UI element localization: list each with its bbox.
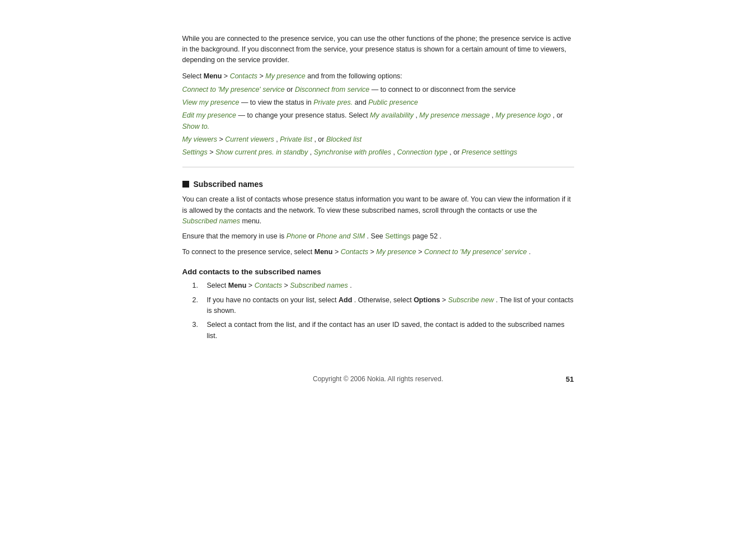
connect-link[interactable]: Connect to 'My presence' service — [182, 86, 285, 93]
view-presence-link[interactable]: View my presence — [182, 99, 240, 106]
select-label: Select — [182, 72, 204, 80]
option-view-suffix: — to view the status in — [241, 99, 313, 106]
para3-mid3: > — [418, 248, 424, 256]
option-settings-conn2: , — [310, 148, 314, 156]
option-connector: or — [287, 86, 295, 93]
current-viewers-link[interactable]: Current viewers — [225, 135, 274, 143]
para3-menu-bold: Menu — [314, 248, 333, 256]
step2-mid: . Otherwise, select — [354, 296, 414, 304]
step2-add-bold: Add — [339, 296, 352, 304]
intro-paragraph: While you are connected to the presence … — [182, 34, 574, 65]
step-1: 1. Select Menu > Contacts > Subscribed n… — [192, 280, 574, 291]
option-edit: Edit my presence — to change your presen… — [182, 110, 574, 132]
page-number: 51 — [566, 375, 574, 383]
private-pres-link[interactable]: Private pres. — [313, 99, 353, 106]
my-viewers-link[interactable]: My viewers — [182, 135, 218, 143]
connection-type-link[interactable]: Connection type — [397, 148, 447, 156]
page-footer: Copyright © 2006 Nokia. All rights reser… — [182, 375, 574, 383]
step1-content: Select Menu > Contacts > Subscribed name… — [207, 280, 574, 291]
synchronise-link[interactable]: Synchronise with profiles — [314, 148, 391, 156]
option-settings: Settings > Show current pres. in standby… — [182, 147, 574, 158]
phone-link[interactable]: Phone — [287, 232, 307, 240]
add-contacts-heading: Add contacts to the subscribed names — [182, 268, 574, 276]
para2-mid2: . See — [367, 232, 386, 240]
option-view-connector2: and — [355, 99, 368, 106]
step-3: 3. Select a contact from the list, and i… — [192, 320, 574, 341]
presence-settings-link[interactable]: Presence settings — [462, 148, 517, 156]
option-viewers-conn3: , or — [314, 135, 326, 143]
para3-my-presence-link[interactable]: My presence — [376, 248, 416, 256]
para3-mid: > — [335, 248, 341, 256]
option-edit-conn3: , — [492, 111, 496, 119]
step2-number: 2. — [192, 295, 204, 317]
disconnect-link[interactable]: Disconnect from service — [295, 86, 369, 93]
para2-prefix: Ensure that the memory in use is — [182, 232, 287, 240]
step2-subscribe-link[interactable]: Subscribe new — [448, 296, 494, 304]
step1-number: 1. — [192, 280, 204, 291]
option-view: View my presence — to view the status in… — [182, 97, 574, 108]
my-availability-link[interactable]: My availability — [370, 111, 414, 119]
settings-link2[interactable]: Settings — [385, 232, 410, 240]
step-2: 2. If you have no contacts on your list,… — [192, 295, 574, 317]
step1-subscribed-link[interactable]: Subscribed names — [290, 282, 348, 289]
step2-mid2: > — [442, 296, 448, 304]
private-list-link[interactable]: Private list — [280, 135, 312, 143]
option-edit-suffix: — to change your presence status. Select — [238, 111, 370, 119]
option-edit-conn4: , or — [553, 111, 563, 119]
edit-presence-link[interactable]: Edit my presence — [182, 111, 237, 119]
contacts-link[interactable]: Contacts — [230, 72, 257, 80]
presence-logo-link[interactable]: My presence logo — [496, 111, 551, 119]
public-presence-link[interactable]: Public presence — [368, 99, 418, 106]
option-viewers: My viewers > Current viewers , Private l… — [182, 134, 574, 145]
section-divider — [182, 167, 574, 167]
step1-suffix: . — [350, 282, 351, 289]
phone-sim-link[interactable]: Phone and SIM — [317, 232, 365, 240]
select-suffix: and from the following options: — [307, 72, 402, 80]
show-to-link[interactable]: Show to. — [182, 123, 210, 130]
subscribed-para1: You can create a list of contacts whose … — [182, 194, 574, 227]
step1-prefix: Select — [207, 282, 228, 289]
subscribed-para2: Ensure that the memory in use is Phone o… — [182, 231, 574, 242]
option-connect: Connect to 'My presence' service or Disc… — [182, 84, 574, 95]
subscribed-names-label: Subscribed names — [194, 180, 264, 189]
step1-mid2: > — [284, 282, 290, 289]
settings-link[interactable]: Settings — [182, 148, 208, 156]
subscribed-para1-suffix: menu. — [242, 217, 262, 225]
option-settings-conn4: , or — [449, 148, 462, 156]
presence-message-link[interactable]: My presence message — [419, 111, 490, 119]
arrow2: > — [259, 72, 265, 80]
step3-content: Select a contact from the list, and if t… — [207, 320, 574, 341]
copyright-text: Copyright © 2006 Nokia. All rights reser… — [313, 375, 443, 383]
select-menu-line: Select Menu > Contacts > My presence and… — [182, 71, 574, 82]
step2-options-bold: Options — [414, 296, 440, 304]
step2-content: If you have no contacts on your list, se… — [207, 295, 574, 317]
step1-mid: > — [248, 282, 255, 289]
step2-prefix: If you have no contacts on your list, se… — [207, 296, 339, 304]
page-container: While you are connected to the presence … — [182, 22, 574, 394]
para2-page: 52 — [430, 232, 438, 240]
subscribed-para1-text: You can create a list of contacts whose … — [182, 195, 571, 214]
steps-list: 1. Select Menu > Contacts > Subscribed n… — [192, 280, 574, 341]
para2-mid: or — [308, 232, 317, 240]
step1-menu-bold: Menu — [228, 282, 247, 289]
option-settings-conn: > — [209, 148, 215, 156]
option-viewers-conn: > — [219, 135, 226, 143]
heading-square-icon — [182, 181, 189, 188]
my-presence-link[interactable]: My presence — [265, 72, 306, 80]
para2-suffix: . — [440, 232, 442, 240]
para3-suffix: . — [529, 248, 530, 256]
para3-connect-link[interactable]: Connect to 'My presence' service — [424, 248, 527, 256]
subscribed-names-heading: Subscribed names — [182, 180, 574, 189]
subscribed-names-link[interactable]: Subscribed names — [182, 217, 241, 225]
show-current-link[interactable]: Show current pres. in standby — [215, 148, 308, 156]
option-suffix: — to connect to or disconnect from the s… — [372, 86, 516, 93]
menu-bold: Menu — [204, 72, 222, 80]
blocked-list-link[interactable]: Blocked list — [326, 135, 361, 143]
para3-contacts-link[interactable]: Contacts — [341, 248, 368, 256]
para2-mid3: page — [412, 232, 430, 240]
arrow1: > — [224, 72, 230, 80]
subscribed-para3: To connect to the presence service, sele… — [182, 247, 574, 257]
step3-number: 3. — [192, 320, 204, 341]
para3-prefix: To connect to the presence service, sele… — [182, 248, 314, 256]
step1-contacts-link[interactable]: Contacts — [255, 282, 282, 289]
